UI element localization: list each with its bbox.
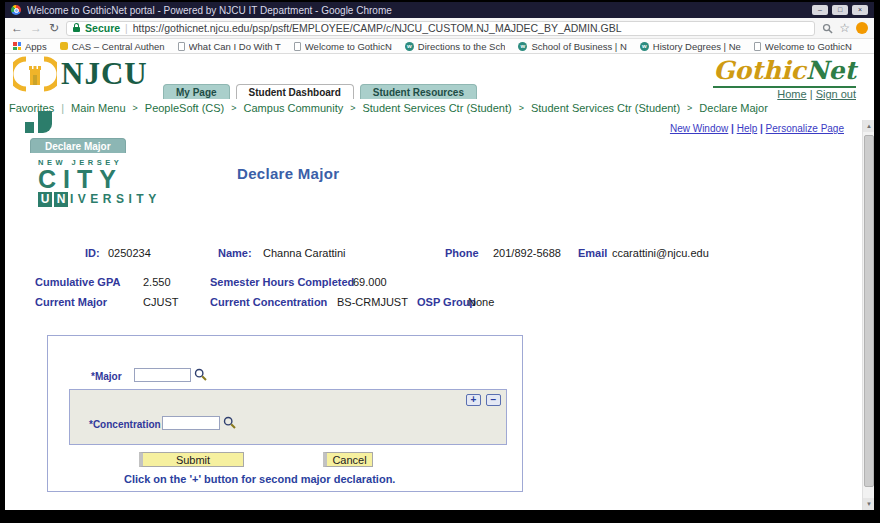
minimize-button[interactable]: – [812, 5, 828, 15]
gothicnet-gothic: Gothic [713, 56, 805, 85]
concentration-input[interactable] [162, 416, 220, 430]
bookmark-label: School of Business | N [531, 41, 626, 52]
declare-major-form: *Major + − *Concentration Submit Cancel … [47, 335, 523, 492]
bookmark-label: What Can I Do With T [189, 41, 281, 52]
remove-row-button[interactable]: − [486, 394, 501, 406]
breadcrumb-peoplesoft[interactable]: PeopleSoft (CS) [145, 102, 224, 114]
forward-icon[interactable]: → [30, 22, 42, 34]
current-concentration-label: Current Concentration [210, 296, 327, 308]
tab-student-dashboard[interactable]: Student Dashboard [236, 84, 354, 99]
njcu-torch-icon [13, 55, 57, 93]
window-titlebar: Welcome to GothicNet portal - Powered by… [5, 2, 874, 18]
wordmark-city: CITY [38, 167, 178, 191]
help-link[interactable]: Help [737, 123, 758, 134]
major-lookup-icon[interactable] [194, 368, 207, 381]
breadcrumb-arrow-icon: > [687, 103, 692, 113]
semester-hours-value: 69.000 [353, 276, 387, 288]
bookmark-label: CAS – Central Authen [72, 41, 165, 52]
bookmark-welcome-gothicnet-2[interactable]: Welcome to GothicN [754, 41, 852, 52]
breadcrumb-arrow-icon: > [519, 103, 524, 113]
email-label: Email [578, 247, 607, 259]
breadcrumb-arrow-icon: > [350, 103, 355, 113]
page-icon [754, 42, 761, 51]
major-label: *Major [91, 371, 122, 382]
page-utility-links: New Window | Help | Personalize Page [670, 123, 844, 134]
bookmark-history-degrees[interactable]: w History Degrees | Ne [640, 41, 741, 52]
session-links: Home | Sign out [777, 88, 856, 100]
wordmark-j-dot [25, 122, 34, 133]
window-controls: – □ × [812, 5, 868, 15]
new-window-link[interactable]: New Window [670, 123, 728, 134]
chrome-favicon-icon [11, 5, 21, 15]
scroll-up-icon[interactable]: ▲ [863, 120, 874, 132]
breadcrumb-campus-community[interactable]: Campus Community [244, 102, 344, 114]
scrollbar-thumb[interactable] [864, 135, 874, 487]
tab-student-resources[interactable]: Student Resources [360, 84, 477, 99]
address-bar: ← → ↻ Secure | https://gothicnet.njcu.ed… [5, 18, 874, 39]
bookmark-label: Welcome to GothicN [305, 41, 392, 52]
bookmark-welcome-gothicnet-1[interactable]: Welcome to GothicN [294, 41, 392, 52]
tab-my-page[interactable]: My Page [163, 84, 230, 99]
bookmark-label: History Degrees | Ne [653, 41, 741, 52]
padlock-shackle [74, 23, 79, 27]
reload-icon[interactable]: ↻ [49, 22, 59, 34]
scroll-down-icon[interactable]: ▼ [863, 498, 874, 510]
second-major-note: Click on the '+' button for second major… [124, 473, 395, 485]
bookmark-what-can-i-do[interactable]: What Can I Do With T [178, 41, 281, 52]
zoom-icon[interactable] [822, 23, 833, 34]
bookmark-directions[interactable]: w Directions to the Sch [405, 41, 506, 52]
concentration-lookup-icon[interactable] [223, 416, 236, 429]
page-title: Declare Major [237, 165, 339, 182]
njcu-site-icon: w [518, 42, 527, 51]
phone-value: 201/892-5688 [493, 247, 561, 259]
omnibox-right-icons: ☆ [822, 21, 868, 35]
profile-avatar[interactable] [856, 22, 868, 34]
breadcrumb-arrow-icon: > [133, 103, 138, 113]
breadcrumb-student-services-1[interactable]: Student Services Ctr (Student) [362, 102, 511, 114]
wordmark-university-row: U N IVERSITY [38, 192, 178, 207]
email-value: ccarattini@njcu.edu [612, 247, 709, 259]
bookmark-cas[interactable]: CAS – Central Authen [60, 41, 165, 52]
close-button[interactable]: × [852, 5, 868, 15]
window-title: Welcome to GothicNet portal - Powered by… [27, 5, 392, 16]
wordmark-n-block: N [54, 192, 68, 207]
major-input[interactable] [134, 368, 191, 382]
semester-hours-label: Semester Hours Completed [210, 276, 354, 288]
home-link[interactable]: Home [777, 88, 806, 100]
submit-button[interactable]: Submit [139, 452, 244, 467]
bookmark-apps[interactable]: Apps [13, 41, 47, 52]
breadcrumb-declare-major[interactable]: Declare Major [699, 102, 767, 114]
page-links-sep: | [760, 123, 763, 134]
njcu-logo[interactable]: NJCU [13, 55, 148, 93]
wordmark-u-block: U [38, 192, 52, 207]
vertical-scrollbar[interactable]: ▲ ▼ [862, 120, 874, 510]
padlock-icon [73, 27, 80, 32]
back-icon[interactable]: ← [11, 22, 23, 34]
id-label: ID: [85, 247, 100, 259]
declare-major-page-tab[interactable]: Declare Major [30, 138, 126, 153]
bookmark-label: Directions to the Sch [418, 41, 506, 52]
page-links-sep: | [731, 123, 734, 134]
bookmarks-bar: Apps CAS – Central Authen What Can I Do … [5, 39, 874, 54]
personalize-page-link[interactable]: Personalize Page [766, 123, 844, 134]
page-icon [178, 42, 185, 51]
add-row-button[interactable]: + [466, 394, 481, 406]
cas-icon [60, 42, 68, 50]
session-links-sep: | [810, 88, 813, 100]
browser-window: Welcome to GothicNet portal - Powered by… [5, 2, 874, 510]
url-omnibox[interactable]: Secure | https://gothicnet.njcu.edu/psp/… [66, 21, 815, 36]
breadcrumb-student-services-2[interactable]: Student Services Ctr (Student) [531, 102, 680, 114]
breadcrumb-main-menu[interactable]: Main Menu [71, 102, 125, 114]
bookmark-school-of-business[interactable]: w School of Business | N [518, 41, 626, 52]
sign-out-link[interactable]: Sign out [816, 88, 856, 100]
cancel-button[interactable]: Cancel [323, 452, 373, 467]
wordmark-rest: IVERSITY [70, 192, 161, 207]
current-major-label: Current Major [35, 296, 107, 308]
screenshot-root: Welcome to GothicNet portal - Powered by… [0, 0, 880, 523]
bookmark-star-icon[interactable]: ☆ [839, 21, 850, 35]
id-value: 0250234 [108, 247, 151, 259]
university-wordmark: NEW JERSEY CITY U N IVERSITY [38, 158, 178, 238]
restore-button[interactable]: □ [832, 5, 848, 15]
chrome-favicon-core [14, 8, 19, 13]
secure-label: Secure [85, 22, 120, 34]
